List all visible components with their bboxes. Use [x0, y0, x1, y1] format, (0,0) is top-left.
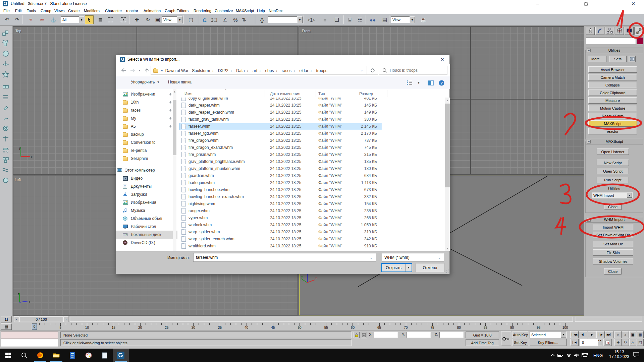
hierarchy-tab[interactable]: [605, 27, 614, 35]
reactor-capsule-icon[interactable]: [2, 104, 11, 112]
sidebar-item[interactable]: Музыка: [116, 206, 177, 215]
organize-button[interactable]: Упорядочить▼: [131, 80, 160, 84]
help-button[interactable]: ?: [437, 79, 445, 86]
filetype-dropdown[interactable]: WHM (*.whm) ⌄: [382, 253, 444, 262]
current-frame-field[interactable]: 0▲▼: [580, 339, 602, 346]
use-center-icon[interactable]: ▢: [186, 15, 195, 24]
reactor-gear-icon[interactable]: [2, 124, 11, 133]
open-dropdown-icon[interactable]: ▼: [406, 264, 412, 272]
sidebar-item[interactable]: My: [116, 114, 177, 122]
reactor-ball-icon[interactable]: [2, 50, 11, 58]
menu-views[interactable]: Views: [54, 7, 65, 14]
modify-tab[interactable]: [595, 27, 604, 35]
field-of-view-icon[interactable]: △: [629, 339, 636, 346]
named-selection-combo[interactable]: ▼: [268, 16, 303, 23]
whm-set-mod-dir-button[interactable]: Set Mod Dir: [593, 241, 633, 247]
file-row[interactable]: farseer_tgd.whm24.10.2022 18:25Файл "WHM…: [177, 130, 392, 137]
file-row[interactable]: warp_spider_exarch.whm24.10.2022 18:25Фа…: [177, 236, 392, 243]
breadcrumb-item[interactable]: Dawn of War - Soulstorm: [163, 68, 210, 73]
utility-measure-button[interactable]: Measure: [588, 97, 637, 104]
breadcrumb-separator-icon[interactable]: ›: [245, 69, 251, 73]
volume-icon[interactable]: [572, 349, 580, 362]
explorer-icon[interactable]: [48, 349, 64, 362]
undo-icon[interactable]: ↶: [3, 15, 11, 24]
object-color-swatch[interactable]: [637, 38, 643, 44]
breadcrumb-item[interactable]: art: [251, 68, 257, 73]
sidebar-item[interactable]: Conversion tools: [116, 138, 177, 146]
utility-camera-match-button[interactable]: Camera Match: [588, 74, 637, 80]
zoom-region-icon[interactable]: ▦: [637, 331, 644, 338]
display-tab[interactable]: [625, 27, 634, 35]
redo-icon[interactable]: ↷: [13, 15, 21, 24]
utility-motion-capture-button[interactable]: Motion Capture: [588, 105, 637, 111]
whm-fix-skin-button[interactable]: Fix Skin: [593, 249, 633, 256]
frame-spinner[interactable]: ▲▼: [598, 339, 602, 346]
whm-import-whm-button[interactable]: Import WHM: [593, 224, 633, 230]
3dsmax-icon[interactable]: [113, 349, 129, 362]
whm-import-rollout-header-collapse[interactable]: −: [587, 218, 591, 222]
column-header-name[interactable]: Имя: [184, 92, 192, 96]
viewport-left-label[interactable]: Left: [15, 178, 21, 182]
maxscript-open-script-button[interactable]: Open Script: [597, 168, 629, 174]
menu-create[interactable]: Create: [67, 7, 80, 14]
select-by-name-icon[interactable]: ≣: [96, 15, 105, 24]
sidebar-item[interactable]: races: [116, 106, 177, 114]
battery-icon[interactable]: [556, 349, 564, 362]
selection-filter-arrow[interactable]: ▼: [561, 331, 566, 338]
sidebar-item[interactable]: Изображения: [116, 90, 177, 98]
go-to-end-button[interactable]: ▶▶▏: [605, 331, 613, 338]
dialog-close-button[interactable]: ✕: [435, 55, 450, 64]
list-scrollbar-thumb[interactable]: [445, 104, 450, 187]
file-row[interactable]: harlequin.whm24.10.2022 18:25Файл "WHM"1…: [177, 179, 392, 186]
minimize-button[interactable]: –: [530, 0, 545, 7]
maxscript-run-script-button[interactable]: Run Script: [597, 177, 629, 183]
utilities-rollout-header[interactable]: −Utilities: [586, 48, 643, 53]
file-row[interactable]: ranger.whm24.10.2022 18:25Файл "WHM"235 …: [177, 207, 392, 215]
whm-set-dawn-of-war-dir-button[interactable]: Set Dawn of War Dir: [593, 232, 633, 238]
utility-reset-xform-button[interactable]: Reset XForm: [588, 113, 637, 119]
whm-import-rollout-header[interactable]: −WHM Import: [586, 217, 643, 223]
maxscript-utility-dropdown-arrow[interactable]: ▼: [627, 193, 632, 198]
sidebar-item[interactable]: Объемные объекты: [116, 215, 177, 223]
select-link-icon[interactable]: ⚭: [26, 15, 35, 24]
panel-name-field[interactable]: [586, 38, 636, 44]
mini-curve-editor-button[interactable]: Ω: [1, 316, 12, 322]
close-button[interactable]: ✕: [626, 0, 641, 7]
calculator-icon[interactable]: [64, 349, 80, 362]
pan-icon[interactable]: ✚: [614, 339, 622, 346]
cancel-button[interactable]: Отмена: [416, 263, 444, 272]
utility-color-clipboard-button[interactable]: Color Clipboard: [588, 89, 637, 96]
maxscript-utility-dropdown[interactable]: WHM Import▼: [592, 192, 633, 198]
utility-asset-browser-button[interactable]: Asset Browser: [588, 66, 637, 73]
zoom-icon[interactable]: ⌕: [614, 331, 622, 338]
breadcrumb-item[interactable]: ebps: [263, 68, 274, 73]
firefox-icon[interactable]: [32, 349, 48, 362]
menu-edit[interactable]: Edit: [14, 7, 22, 14]
reactor-spring-icon[interactable]: [2, 93, 11, 102]
key-filters-button[interactable]: Key Filters...: [530, 339, 567, 346]
open-split-button[interactable]: Открыть ▼: [381, 263, 412, 272]
file-row[interactable]: warp_spider.whm24.10.2022 18:25Файл "WHM…: [177, 229, 392, 236]
reference-coordinate-combo-arrow[interactable]: ▼: [177, 16, 182, 23]
sidebar-item[interactable]: Документы: [116, 182, 177, 190]
auto-key-button[interactable]: Auto Key: [513, 331, 528, 338]
menu-rendering[interactable]: Rendering: [193, 7, 212, 14]
language-indicator[interactable]: ENG: [591, 349, 605, 362]
breadcrumb-item[interactable]: DXP2: [216, 68, 228, 73]
reactor-ring-icon[interactable]: [2, 176, 11, 185]
layers-icon[interactable]: ❏: [332, 15, 341, 24]
prev-frame-button[interactable]: ‹: [14, 316, 19, 322]
go-to-frame-button[interactable]: ▏◀: [570, 339, 579, 346]
menu-neodex[interactable]: NeoDex: [268, 7, 283, 14]
render-setup-icon[interactable]: ▤: [380, 15, 389, 24]
render-type-combo[interactable]: View▼: [391, 16, 415, 23]
breadcrumb-item[interactable]: troops: [314, 68, 327, 73]
reactor-vane-icon[interactable]: [2, 135, 11, 143]
address-dropdown-icon[interactable]: ⌄: [361, 68, 363, 72]
timeline-ruler[interactable]: ▤051015202530354045505560657075808590951…: [0, 323, 644, 330]
file-row[interactable]: howling_banshee_exarch.whm24.10.2022 18:…: [177, 193, 392, 200]
address-bar[interactable]: « Dawn of War - Soulstorm›DXP2›Data›art›…: [151, 66, 367, 75]
menu-help[interactable]: Help: [256, 7, 266, 14]
curve-editor-icon[interactable]: ⌸: [345, 15, 354, 24]
file-row[interactable]: copy of guardian.whm24.10.2022 18:25Файл…: [177, 98, 392, 102]
